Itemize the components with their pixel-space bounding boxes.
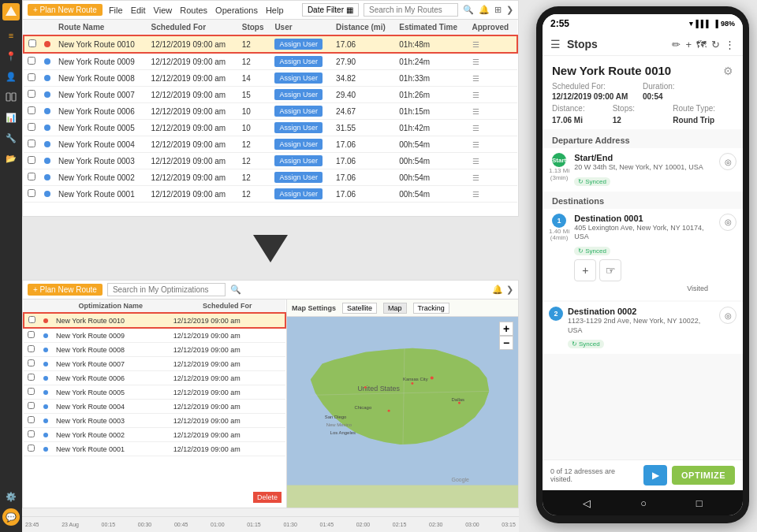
sidebar-chat[interactable]: 💬: [2, 508, 20, 526]
optimizations-search-input[interactable]: [107, 283, 226, 296]
more-icon-2[interactable]: ❯: [506, 285, 513, 295]
search-icon-2[interactable]: 🔍: [230, 285, 241, 295]
sidebar-item-config[interactable]: ⚙️: [2, 488, 20, 505]
opt-checkbox[interactable]: [24, 343, 39, 357]
nav-circle-icon-2[interactable]: ◎: [719, 307, 736, 324]
row-checkbox[interactable]: [24, 136, 40, 153]
row-checkbox[interactable]: [24, 87, 40, 103]
sidebar-item-users[interactable]: 👤: [2, 68, 20, 85]
opt-name[interactable]: New York Route 0007: [52, 357, 170, 371]
add-stop-button[interactable]: +: [574, 259, 596, 281]
add-icon[interactable]: +: [685, 39, 692, 50]
sidebar-item-reports[interactable]: 📊: [2, 109, 20, 126]
sidebar-item-routes[interactable]: [2, 88, 20, 106]
opt-name[interactable]: New York Route 0008: [52, 343, 170, 357]
plan-new-route-button-2[interactable]: + Plan New Route: [28, 284, 103, 296]
row-name[interactable]: New York Route 0007: [54, 87, 147, 103]
hamburger-menu[interactable]: ☰: [550, 38, 561, 50]
row-checkbox[interactable]: [24, 169, 40, 186]
send-button[interactable]: ▶: [643, 465, 667, 485]
opt-checkbox[interactable]: [24, 328, 39, 343]
row-checkbox[interactable]: [24, 70, 40, 87]
routes-search-input[interactable]: [364, 3, 458, 17]
opt-checkbox[interactable]: [24, 414, 39, 428]
row-name[interactable]: New York Route 0001: [54, 186, 147, 203]
route-gear-icon[interactable]: ⚙: [723, 65, 733, 77]
row-checkbox[interactable]: [24, 186, 40, 203]
map-button[interactable]: Map: [383, 303, 407, 314]
row-checkbox[interactable]: [24, 53, 40, 70]
menu-view[interactable]: View: [154, 6, 173, 15]
zoom-in-button[interactable]: +: [499, 322, 513, 336]
sidebar-item-settings[interactable]: 🔧: [2, 129, 20, 147]
row-user[interactable]: Assign User: [270, 153, 332, 169]
opt-name[interactable]: New York Route 0001: [52, 442, 170, 456]
menu-edit[interactable]: Edit: [131, 6, 146, 15]
recent-nav-icon[interactable]: □: [696, 497, 703, 509]
map-icon-btn[interactable]: 🗺: [696, 39, 707, 50]
opt-name[interactable]: New York Route 0003: [52, 414, 170, 428]
menu-operations[interactable]: Operations: [215, 6, 258, 15]
sidebar-item-files[interactable]: 📂: [2, 150, 20, 167]
notifications-icon-2[interactable]: 🔔: [492, 285, 503, 295]
row-name[interactable]: New York Route 0003: [54, 153, 147, 169]
opt-checkbox[interactable]: [24, 385, 39, 400]
notifications-icon[interactable]: 🔔: [479, 5, 490, 15]
satellite-button[interactable]: Satellite: [342, 303, 377, 314]
optimize-button[interactable]: OPTIMIZE: [672, 466, 735, 485]
back-nav-icon[interactable]: ◁: [583, 497, 591, 509]
row-name[interactable]: New York Route 0004: [54, 136, 147, 153]
opt-name[interactable]: New York Route 0006: [52, 371, 170, 385]
row-user[interactable]: Assign User: [270, 169, 332, 186]
row-user[interactable]: Assign User: [270, 186, 332, 203]
row-name[interactable]: New York Route 0005: [54, 120, 147, 136]
row-user[interactable]: Assign User: [270, 70, 332, 87]
opt-checkbox[interactable]: [24, 428, 39, 442]
row-user[interactable]: Assign User: [270, 53, 332, 70]
row-name[interactable]: New York Route 0010: [54, 35, 147, 53]
opt-name[interactable]: New York Route 0010: [52, 313, 170, 328]
edit-icon[interactable]: ✏: [672, 39, 681, 50]
delete-button[interactable]: Delete: [253, 492, 282, 503]
search-icon[interactable]: 🔍: [463, 5, 474, 15]
nav-circle-icon-1[interactable]: ◎: [719, 214, 736, 231]
home-nav-icon[interactable]: ○: [640, 497, 647, 509]
row-name[interactable]: New York Route 0006: [54, 103, 147, 120]
row-name[interactable]: New York Route 0002: [54, 169, 147, 186]
opt-checkbox[interactable]: [24, 371, 39, 385]
tracking-button[interactable]: Tracking: [413, 303, 449, 314]
row-user[interactable]: Assign User: [270, 120, 332, 136]
sidebar-item-home[interactable]: ≡: [2, 27, 20, 44]
opt-checkbox[interactable]: [24, 357, 39, 371]
row-user[interactable]: Assign User: [270, 103, 332, 120]
menu-file[interactable]: File: [109, 6, 123, 15]
row-checkbox[interactable]: [24, 120, 40, 136]
zoom-out-button[interactable]: −: [499, 336, 513, 350]
date-filter-button[interactable]: Date Filter ▦: [302, 3, 359, 17]
more-icon-phone[interactable]: ⋮: [725, 39, 735, 50]
app-logo[interactable]: [2, 3, 20, 20]
plan-new-route-button[interactable]: + Plan New Route: [28, 4, 103, 16]
fingerprint-button[interactable]: ☞: [599, 259, 621, 281]
row-user[interactable]: Assign User: [270, 136, 332, 153]
nav-circle-icon[interactable]: ◎: [719, 153, 736, 170]
opt-name[interactable]: New York Route 0005: [52, 385, 170, 400]
opt-name[interactable]: New York Route 0009: [52, 328, 170, 343]
opt-name[interactable]: New York Route 0004: [52, 400, 170, 414]
refresh-icon[interactable]: ↻: [711, 39, 720, 50]
menu-help[interactable]: Help: [266, 6, 284, 15]
opt-checkbox[interactable]: [24, 442, 39, 456]
row-user[interactable]: Assign User: [270, 87, 332, 103]
more-icon[interactable]: ❯: [506, 5, 513, 15]
menu-routes[interactable]: Routes: [180, 6, 207, 15]
row-checkbox[interactable]: [24, 153, 40, 169]
row-name[interactable]: New York Route 0009: [54, 53, 147, 70]
grid-icon[interactable]: ⊞: [494, 5, 502, 15]
row-checkbox[interactable]: [24, 103, 40, 120]
opt-checkbox[interactable]: [24, 400, 39, 414]
row-user[interactable]: Assign User: [270, 35, 332, 53]
opt-name[interactable]: New York Route 0002: [52, 428, 170, 442]
opt-checkbox[interactable]: [24, 313, 39, 328]
row-name[interactable]: New York Route 0008: [54, 70, 147, 87]
sidebar-item-map[interactable]: 📍: [2, 47, 20, 65]
